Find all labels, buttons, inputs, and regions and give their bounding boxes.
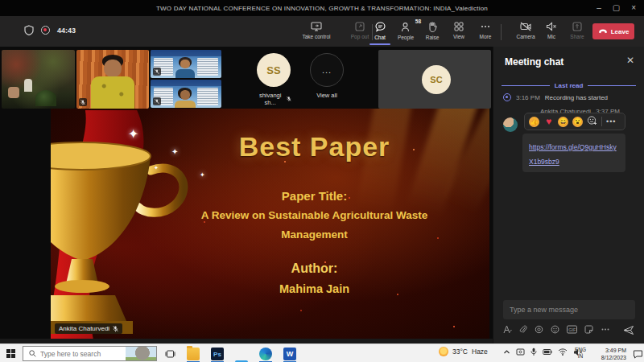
more-dots-icon: [480, 22, 491, 31]
message-link[interactable]: https://forms.gle/Q9guHHskyX1b9sbz9: [529, 143, 617, 166]
language-line2: IN: [575, 353, 586, 360]
laugh-reaction[interactable]: 😄: [558, 117, 568, 127]
language-indicator[interactable]: ENG IN: [575, 347, 586, 360]
view-grid-icon: [454, 22, 464, 31]
people-icon: [401, 22, 411, 32]
microphone-tray-icon[interactable]: [530, 348, 537, 356]
mic-muted-icon: [546, 22, 557, 31]
share-label: Share: [570, 34, 584, 39]
message-more-options-icon[interactable]: •••: [606, 117, 616, 125]
wifi-icon[interactable]: [558, 348, 568, 356]
slide-paper-title-label: Paper Title:: [155, 189, 473, 203]
edge-browser-icon[interactable]: [259, 348, 272, 360]
word-icon[interactable]: W: [283, 348, 296, 360]
participant-figure: [180, 90, 190, 100]
participant-figure: [104, 60, 122, 77]
last-read-divider: Last read: [502, 82, 636, 89]
mic-muted-badge: [153, 68, 161, 76]
view-all-dots-icon: ...: [310, 53, 344, 87]
take-control-label: Take control: [302, 34, 330, 39]
participant-figure: [91, 76, 134, 109]
slide-author-label: Author:: [155, 261, 473, 276]
add-reaction-icon[interactable]: [587, 114, 597, 129]
action-center-icon[interactable]: [633, 349, 643, 359]
surprised-reaction[interactable]: 😮: [572, 117, 583, 127]
word-glyph: W: [287, 350, 294, 358]
file-explorer-icon[interactable]: [187, 348, 200, 360]
system-message-text: Recording has started: [545, 94, 608, 101]
sparkle-icon: ✦: [128, 126, 138, 142]
maximize-icon[interactable]: ▢: [613, 0, 620, 16]
task-view-icon[interactable]: [165, 349, 175, 359]
language-line1: ENG: [575, 347, 586, 353]
compose-toolbar: GIF: [503, 325, 610, 334]
chat-label: Chat: [374, 35, 386, 40]
slide-author-name: Mahima Jain: [155, 282, 473, 295]
taskbar-weather[interactable]: 33°C Haze: [439, 347, 488, 356]
shared-presentation-slide[interactable]: ✦ ✦ ✦ ✦ Best Paper Paper Title: A Review…: [51, 109, 489, 339]
loop-component-icon[interactable]: [535, 325, 543, 334]
leave-button[interactable]: Leave: [592, 23, 634, 39]
close-icon[interactable]: ×: [631, 0, 636, 16]
take-control-button[interactable]: Take control: [298, 22, 335, 39]
heart-reaction[interactable]: ♥: [543, 117, 554, 127]
taskbar-clock[interactable]: 3:49 PM 8/12/2023: [589, 347, 626, 361]
meeting-toolbar: 44:43 Take control Pop out Chat 58 Peopl…: [0, 16, 644, 47]
meeting-title: TWO DAY NATIONAL CONFERENCE ON INNOVATIO…: [156, 5, 488, 12]
cast-icon[interactable]: [516, 348, 525, 356]
sender-avatar[interactable]: [503, 117, 518, 132]
view-all-label: View all: [309, 92, 345, 99]
chat-message-input[interactable]: [503, 300, 635, 319]
participant-figure: [175, 69, 195, 78]
leave-label: Leave: [611, 28, 630, 35]
start-button-icon[interactable]: [6, 349, 15, 358]
video-tile-speaker[interactable]: [76, 50, 149, 109]
minimize-icon[interactable]: –: [597, 0, 601, 16]
participant-avatar-shivangi[interactable]: SS shivangi sh...: [256, 53, 291, 106]
compose-more-icon[interactable]: [601, 325, 610, 334]
battery-icon[interactable]: [543, 348, 552, 356]
shield-icon: [24, 25, 34, 35]
chat-message-bubble[interactable]: https://forms.gle/Q9guHHskyX1b9sbz9: [522, 134, 625, 172]
sparkle-icon: ✦: [154, 165, 159, 171]
slide-paper-title-line2: Management: [155, 228, 473, 241]
raise-hand-icon: [427, 22, 437, 32]
search-input[interactable]: [40, 350, 111, 358]
participant-name: shivangi sh...: [256, 92, 284, 106]
thumbs-up-reaction[interactable]: 👍: [529, 117, 539, 127]
meeting-stage: SS shivangi sh... ... View all SC: [0, 47, 493, 343]
send-icon[interactable]: [623, 325, 634, 335]
avatar: SC: [422, 65, 451, 94]
participant-tile-sc[interactable]: SC: [378, 50, 491, 109]
people-label: People: [398, 35, 414, 40]
photoshop-icon[interactable]: Ps: [211, 348, 224, 360]
more-button[interactable]: More: [467, 22, 504, 39]
mic-muted-badge: [79, 98, 87, 106]
video-tile-conference-room[interactable]: [2, 50, 75, 109]
take-control-icon: [311, 22, 322, 31]
view-all-button[interactable]: ... View all: [309, 53, 345, 99]
weather-sun-icon: [439, 347, 448, 356]
share-button: Share: [559, 22, 596, 39]
mic-muted-icon: [287, 96, 291, 102]
recording-started-icon: [503, 93, 511, 101]
emoji-icon[interactable]: [551, 325, 559, 334]
taskbar-search[interactable]: [23, 346, 157, 361]
system-message-time: 3:16 PM: [516, 94, 540, 101]
gif-icon[interactable]: GIF: [567, 325, 577, 334]
format-icon[interactable]: [503, 325, 512, 334]
hidden-icons-chevron-icon[interactable]: [503, 349, 510, 355]
search-icon: [29, 350, 36, 357]
virtual-background-banner: [151, 80, 221, 86]
video-tile-attendee-1[interactable]: [151, 50, 221, 78]
weather-desc: Haze: [472, 348, 488, 356]
sticker-icon[interactable]: [584, 325, 593, 334]
video-tile-attendee-2[interactable]: [151, 80, 221, 108]
sparkle-icon: ✦: [200, 171, 205, 179]
clock-time: 3:49 PM: [589, 347, 626, 354]
chat-close-icon[interactable]: ✕: [626, 55, 634, 66]
attach-icon[interactable]: [519, 325, 527, 334]
clock-date: 8/12/2023: [589, 354, 626, 361]
virtual-background-banner: [151, 50, 221, 56]
presenter-name-label: Ankita Chaturvedi: [55, 323, 122, 334]
